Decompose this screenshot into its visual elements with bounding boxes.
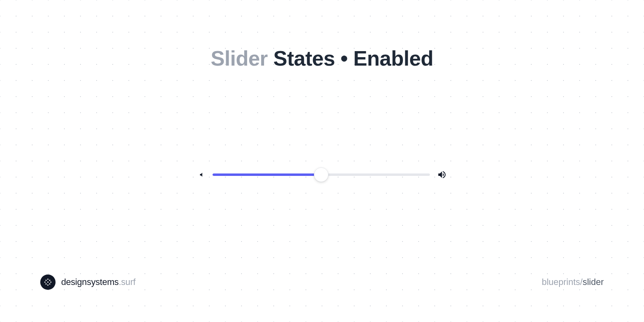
volume-mute-icon bbox=[197, 171, 205, 179]
svg-point-3 bbox=[50, 282, 52, 283]
title-strong: States • Enabled bbox=[268, 47, 433, 70]
title-muted: Slider bbox=[211, 47, 268, 70]
brand-tld: .surf bbox=[119, 277, 136, 287]
page-title: Slider States • Enabled bbox=[0, 46, 644, 70]
volume-up-icon bbox=[437, 170, 447, 180]
svg-point-7 bbox=[45, 283, 47, 285]
svg-point-6 bbox=[49, 280, 50, 281]
breadcrumb: blueprints/slider bbox=[542, 277, 604, 287]
volume-slider-group bbox=[197, 167, 447, 183]
svg-point-0 bbox=[47, 279, 49, 280]
volume-slider[interactable] bbox=[213, 167, 430, 183]
svg-point-2 bbox=[44, 282, 45, 283]
breadcrumb-path: blueprints/ bbox=[542, 277, 583, 287]
svg-point-8 bbox=[49, 283, 50, 285]
svg-point-4 bbox=[47, 282, 49, 283]
svg-point-1 bbox=[47, 285, 49, 286]
brand-text: designsystems.surf bbox=[61, 277, 136, 287]
slider-fill bbox=[213, 173, 321, 176]
slider-thumb[interactable] bbox=[314, 167, 328, 182]
brand-name: designsystems bbox=[61, 277, 119, 287]
breadcrumb-current: slider bbox=[582, 277, 604, 287]
footer: designsystems.surf blueprints/slider bbox=[0, 275, 644, 290]
brand: designsystems.surf bbox=[40, 275, 136, 290]
brand-logo-icon bbox=[40, 275, 56, 290]
svg-point-5 bbox=[45, 280, 47, 281]
